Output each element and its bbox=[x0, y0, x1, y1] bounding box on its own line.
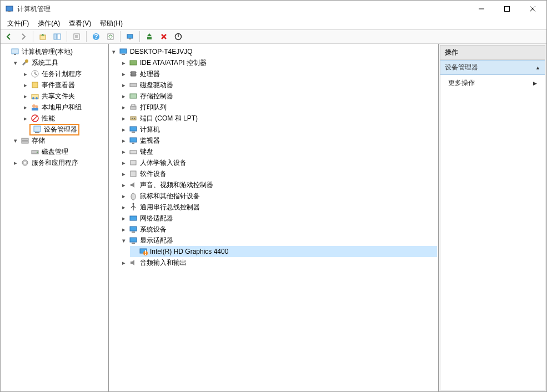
tree-local-users[interactable]: ▸本地用户和组 bbox=[22, 102, 107, 113]
tree-label: 设备管理器 bbox=[44, 125, 77, 134]
close-button[interactable] bbox=[520, 1, 545, 17]
tree-performance[interactable]: ▸性能 bbox=[22, 113, 107, 124]
collapse-icon[interactable]: ▾ bbox=[12, 59, 19, 67]
menu-file[interactable]: 文件(F) bbox=[4, 18, 32, 29]
cat-network[interactable]: ▸网络适配器 bbox=[120, 213, 437, 224]
svg-point-43 bbox=[24, 162, 26, 164]
expand-icon[interactable]: ▸ bbox=[120, 137, 128, 144]
cat-hid[interactable]: ▸人体学输入设备 bbox=[120, 157, 437, 168]
cat-system-dev[interactable]: ▸系统设备 bbox=[120, 224, 437, 235]
tree-services-apps[interactable]: ▸服务和应用程序 bbox=[12, 157, 107, 168]
cat-sound[interactable]: ▸声音、视频和游戏控制器 bbox=[120, 179, 437, 190]
cat-monitor[interactable]: ▸监视器 bbox=[120, 135, 437, 146]
tree-shared-folders[interactable]: ▸共享文件夹 bbox=[22, 91, 107, 102]
cat-disk-drives[interactable]: ▸磁盘驱动器 bbox=[120, 79, 437, 91]
event-icon bbox=[31, 81, 39, 89]
expand-icon[interactable]: ▸ bbox=[120, 71, 128, 78]
expand-icon[interactable]: ▸ bbox=[22, 82, 29, 89]
expand-icon[interactable]: ▸ bbox=[120, 59, 128, 67]
cat-ide[interactable]: ▸IDE ATA/ATAPI 控制器 bbox=[120, 57, 437, 68]
expand-icon[interactable]: ▸ bbox=[120, 104, 128, 111]
back-button[interactable] bbox=[3, 31, 15, 43]
display-adapter-icon bbox=[129, 236, 138, 245]
cat-audio-io[interactable]: ▸音频输入和输出 bbox=[120, 257, 437, 268]
cat-mouse[interactable]: ▸鼠标和其他指针设备 bbox=[120, 190, 437, 202]
expand-icon[interactable]: ▸ bbox=[120, 115, 128, 122]
left-tree-pane[interactable]: 计算机管理(本地) ▾ 系统工具 ▸任务计划程序 ▸事件查看器 ▸共享文件夹 bbox=[1, 44, 109, 391]
expand-icon[interactable]: ▸ bbox=[120, 204, 128, 211]
show-hide-tree-button[interactable] bbox=[51, 31, 63, 43]
refresh-button[interactable] bbox=[104, 31, 117, 43]
expand-icon[interactable]: ▸ bbox=[120, 170, 128, 178]
cat-cpu[interactable]: ▸处理器 bbox=[120, 68, 437, 79]
cat-print-queue[interactable]: ▸打印队列 bbox=[120, 102, 437, 113]
cat-display[interactable]: ▾显示适配器 bbox=[120, 235, 437, 246]
menu-action[interactable]: 操作(A) bbox=[34, 18, 63, 29]
device-intel-hd-4400[interactable]: !Intel(R) HD Graphics 4400 bbox=[130, 246, 437, 257]
cat-keyboard[interactable]: ▸键盘 bbox=[120, 146, 437, 157]
svg-rect-65 bbox=[131, 171, 136, 177]
device-tree-pane[interactable]: ▾ DESKTOP-T4EJVJQ ▸IDE ATA/ATAPI 控制器 ▸处理… bbox=[109, 44, 439, 391]
svg-rect-71 bbox=[130, 238, 137, 242]
menu-view[interactable]: 查看(V) bbox=[66, 18, 94, 29]
tree-label: 处理器 bbox=[140, 69, 160, 79]
scan-hardware-button[interactable] bbox=[124, 31, 136, 43]
collapse-icon[interactable]: ▾ bbox=[120, 237, 128, 244]
menubar: 文件(F) 操作(A) 查看(V) 帮助(H) bbox=[1, 17, 546, 29]
svg-rect-68 bbox=[130, 216, 137, 220]
collapse-icon[interactable]: ▲ bbox=[535, 65, 540, 71]
forward-button[interactable] bbox=[17, 31, 29, 43]
minimize-button[interactable] bbox=[469, 1, 494, 17]
properties-button[interactable] bbox=[71, 31, 83, 43]
tree-label: 鼠标和其他指针设备 bbox=[140, 192, 200, 201]
expand-icon[interactable]: ▸ bbox=[120, 126, 128, 133]
expand-icon[interactable]: ▸ bbox=[120, 93, 128, 100]
maximize-button[interactable] bbox=[494, 1, 520, 17]
tree-label: 计算机 bbox=[140, 125, 160, 134]
collapse-icon[interactable]: ▾ bbox=[110, 48, 118, 56]
tree-system-tools[interactable]: ▾ 系统工具 bbox=[12, 57, 107, 68]
cat-software-dev[interactable]: ▸软件设备 bbox=[120, 168, 437, 179]
update-driver-button[interactable] bbox=[143, 31, 155, 43]
tree-label: Intel(R) HD Graphics 4400 bbox=[150, 248, 228, 255]
menu-help[interactable]: 帮助(H) bbox=[97, 18, 126, 29]
expand-icon[interactable]: ▸ bbox=[120, 82, 128, 89]
disable-button[interactable] bbox=[172, 31, 184, 43]
expand-icon[interactable]: ▸ bbox=[120, 215, 128, 222]
tree-disk-management[interactable]: 磁盘管理 bbox=[22, 146, 107, 157]
tree-task-scheduler[interactable]: ▸任务计划程序 bbox=[22, 68, 107, 79]
expand-icon[interactable]: ▸ bbox=[22, 115, 29, 122]
svg-rect-64 bbox=[131, 160, 136, 165]
expand-icon[interactable]: ▸ bbox=[120, 148, 128, 155]
svg-rect-36 bbox=[34, 126, 41, 132]
expand-icon[interactable]: ▸ bbox=[22, 104, 29, 111]
expand-icon[interactable]: ▸ bbox=[22, 71, 29, 78]
tree-event-viewer[interactable]: ▸事件查看器 bbox=[22, 79, 107, 91]
tree-storage[interactable]: ▾ 存储 bbox=[12, 135, 107, 146]
audio-icon bbox=[129, 258, 138, 267]
svg-rect-53 bbox=[130, 94, 137, 98]
cat-usb[interactable]: ▸通用串行总线控制器 bbox=[120, 202, 437, 213]
expand-icon[interactable]: ▸ bbox=[22, 93, 29, 100]
tree-label: 存储 bbox=[32, 136, 45, 145]
cat-computer[interactable]: ▸计算机 bbox=[120, 124, 437, 135]
expand-icon[interactable]: ▸ bbox=[120, 193, 128, 200]
help-button[interactable]: ? bbox=[90, 31, 102, 43]
cat-ports[interactable]: ▸端口 (COM 和 LPT) bbox=[120, 113, 437, 124]
tree-root-computer-management[interactable]: 计算机管理(本地) bbox=[2, 46, 107, 57]
collapse-icon[interactable]: ▾ bbox=[12, 137, 19, 144]
actions-subtitle[interactable]: 设备管理器 ▲ bbox=[440, 60, 545, 75]
expand-icon[interactable]: ▸ bbox=[120, 182, 128, 189]
uninstall-button[interactable] bbox=[158, 31, 170, 43]
up-button[interactable] bbox=[37, 31, 49, 43]
device-root[interactable]: ▾ DESKTOP-T4EJVJQ bbox=[110, 46, 437, 57]
expand-icon[interactable]: ▸ bbox=[12, 159, 19, 167]
svg-rect-63 bbox=[130, 150, 137, 154]
svg-point-25 bbox=[25, 59, 28, 63]
expand-icon[interactable]: ▸ bbox=[120, 226, 128, 233]
cat-storage-ctrl[interactable]: ▸存储控制器 bbox=[120, 91, 437, 102]
action-more[interactable]: 更多操作 ▶ bbox=[440, 75, 545, 91]
expand-icon[interactable]: ▸ bbox=[120, 159, 128, 167]
expand-icon[interactable]: ▸ bbox=[120, 259, 128, 267]
tree-device-manager[interactable]: 设备管理器 bbox=[22, 124, 107, 135]
